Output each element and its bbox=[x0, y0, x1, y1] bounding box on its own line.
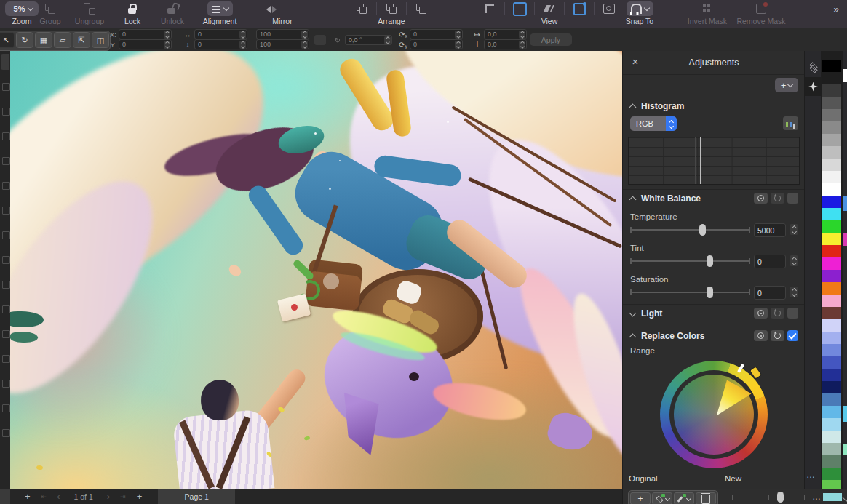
x-stepper[interactable] bbox=[164, 31, 170, 39]
tool-icon[interactable] bbox=[2, 330, 10, 338]
swatch-2bd62b[interactable] bbox=[822, 220, 841, 233]
first-page-button[interactable]: ⇤ bbox=[41, 493, 47, 500]
tool-icon[interactable] bbox=[2, 404, 10, 412]
rotate-y-stepper[interactable] bbox=[455, 41, 461, 49]
swatch-8c20cf[interactable] bbox=[822, 270, 841, 282]
swatch-cfe8e8[interactable] bbox=[822, 431, 841, 443]
collapse-icon[interactable] bbox=[629, 334, 637, 341]
tool-icon[interactable] bbox=[2, 231, 10, 239]
swatch-a3b0ef[interactable] bbox=[822, 332, 841, 344]
new-palette-button[interactable] bbox=[652, 492, 672, 504]
offset-x-input[interactable]: 0,0 bbox=[484, 29, 527, 39]
tool-icon[interactable] bbox=[2, 380, 10, 388]
y-input[interactable]: 0 bbox=[119, 39, 172, 49]
left-toolstrip[interactable] bbox=[0, 51, 10, 504]
y-stepper[interactable] bbox=[164, 41, 170, 49]
last-page-button[interactable]: ⇥ bbox=[120, 493, 126, 500]
swatch-d0d3f8[interactable] bbox=[822, 319, 841, 332]
swatch-4a7ab8[interactable] bbox=[822, 393, 841, 406]
swatch-1b1ae2[interactable] bbox=[822, 196, 841, 208]
rotation-stepper[interactable] bbox=[384, 36, 391, 44]
color-wheel[interactable] bbox=[623, 356, 805, 473]
add-artboard-button[interactable]: + bbox=[25, 491, 31, 502]
white-balance-section-header[interactable]: White Balance bbox=[623, 190, 805, 207]
offset-y-stepper[interactable] bbox=[519, 41, 525, 49]
light-reset-button[interactable] bbox=[771, 308, 784, 319]
mirror-vertical-button[interactable] bbox=[286, 1, 301, 16]
saturation-stepper[interactable] bbox=[790, 287, 798, 297]
light-section-header[interactable]: Light bbox=[623, 305, 805, 322]
tool-icon[interactable] bbox=[2, 108, 10, 116]
tool-icon[interactable] bbox=[2, 355, 10, 363]
tool-icon[interactable] bbox=[2, 429, 10, 437]
scale-height-stepper[interactable] bbox=[301, 41, 308, 49]
white-balance-checkbox[interactable] bbox=[787, 193, 798, 204]
add-swatch-button[interactable]: + bbox=[630, 492, 651, 504]
replace-colors-checkbox[interactable] bbox=[787, 330, 798, 341]
swatch-bebebe[interactable] bbox=[822, 146, 841, 159]
collapse-icon[interactable] bbox=[629, 196, 637, 204]
rotate-tool-button[interactable]: ↻ bbox=[16, 32, 33, 48]
prev-page-button[interactable]: ‹ bbox=[57, 491, 60, 502]
tint-stepper[interactable] bbox=[790, 255, 798, 266]
white-balance-options-button[interactable] bbox=[754, 193, 768, 204]
link-scale-button[interactable] bbox=[314, 35, 326, 45]
swatch-707070[interactable] bbox=[822, 109, 841, 121]
rotate-x-stepper[interactable] bbox=[455, 31, 461, 39]
temperature-stepper[interactable] bbox=[790, 224, 798, 235]
swatch-0f1b5e[interactable] bbox=[822, 381, 841, 393]
hue-disc[interactable] bbox=[674, 375, 754, 455]
swatch-7288dd[interactable] bbox=[822, 344, 841, 356]
export-selection-button[interactable]: ⇱ bbox=[73, 32, 90, 48]
slider-knob[interactable] bbox=[707, 287, 713, 298]
tab-adjustments[interactable] bbox=[805, 77, 822, 96]
snap-to-dropdown[interactable] bbox=[627, 1, 653, 16]
swatch-f6aacd[interactable] bbox=[822, 295, 841, 307]
light-checkbox[interactable] bbox=[787, 308, 798, 319]
tint-value[interactable]: 0 bbox=[754, 255, 786, 268]
delete-swatch-button[interactable] bbox=[696, 492, 716, 504]
send-backward-button[interactable] bbox=[384, 1, 399, 16]
next-page-button[interactable]: › bbox=[107, 491, 110, 502]
lock-button[interactable] bbox=[125, 1, 140, 16]
height-stepper[interactable] bbox=[239, 41, 246, 49]
group-button[interactable] bbox=[43, 1, 57, 16]
pick-color-button[interactable] bbox=[674, 492, 694, 504]
height-input[interactable]: 0 bbox=[194, 39, 247, 49]
perspective-tool-button[interactable]: ◫ bbox=[92, 32, 109, 48]
tool-icon[interactable] bbox=[2, 83, 10, 91]
replace-colors-section-header[interactable]: Replace Colors bbox=[623, 327, 805, 345]
swatch-f07916[interactable] bbox=[822, 282, 841, 295]
swatch-62b8e8[interactable] bbox=[822, 406, 841, 418]
swatch-222f96[interactable] bbox=[822, 369, 841, 381]
canvas-frame-button[interactable] bbox=[512, 1, 527, 16]
more-options-button[interactable]: … bbox=[806, 470, 816, 480]
eraser-view-button[interactable] bbox=[542, 1, 557, 16]
saturation-value[interactable]: 0 bbox=[754, 286, 786, 300]
invert-mask-button[interactable] bbox=[700, 1, 715, 16]
add-page-button[interactable]: + bbox=[137, 491, 143, 502]
swatch-4456c0[interactable] bbox=[822, 356, 841, 369]
swatch-1e1e1e[interactable] bbox=[822, 72, 841, 84]
apply-button[interactable]: Apply bbox=[530, 33, 572, 46]
swatch-ee20d4[interactable] bbox=[822, 257, 841, 270]
temperature-value[interactable]: 5000 bbox=[754, 223, 786, 237]
ungroup-button[interactable] bbox=[82, 1, 97, 16]
tint-slider[interactable]: 0 bbox=[630, 254, 798, 268]
swatch-e02417[interactable] bbox=[822, 245, 841, 257]
bounds-button[interactable] bbox=[602, 1, 616, 16]
width-input[interactable]: 0 bbox=[194, 29, 247, 39]
swatch-size-slider[interactable] bbox=[732, 489, 805, 504]
move-tool-button[interactable]: ↖ bbox=[0, 32, 15, 48]
scale-width-input[interactable]: 100 bbox=[256, 29, 309, 39]
canvas[interactable] bbox=[10, 51, 622, 489]
light-options-button[interactable] bbox=[754, 308, 768, 319]
swatch-8a8a8a[interactable] bbox=[822, 121, 841, 134]
tool-icon[interactable] bbox=[2, 281, 10, 289]
bring-forward-button[interactable] bbox=[354, 1, 369, 16]
add-adjustment-button[interactable]: + bbox=[775, 78, 798, 92]
guides-button[interactable] bbox=[482, 1, 497, 16]
tool-icon[interactable] bbox=[2, 132, 10, 140]
offset-y-input[interactable]: 0,0 bbox=[484, 39, 527, 49]
swatch-f6ee2f[interactable] bbox=[822, 233, 841, 245]
